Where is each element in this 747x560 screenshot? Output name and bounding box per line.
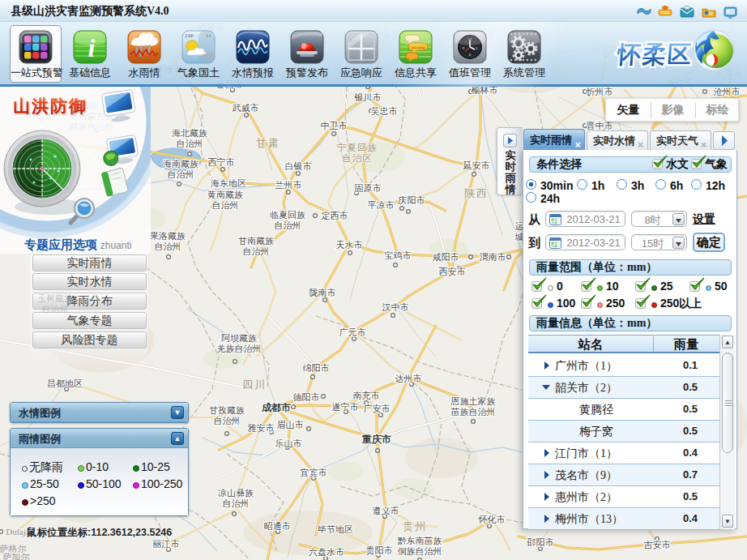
svg-text:西安市: 西安市: [439, 267, 466, 276]
svg-text:定西市: 定西市: [322, 211, 348, 220]
svg-text:遵义市: 遵义市: [373, 506, 399, 515]
svg-text:沧州市: 沧州市: [714, 87, 741, 96]
svg-text:萨加尔: 萨加尔: [3, 552, 30, 560]
svg-text:渭南市: 渭南市: [480, 252, 506, 262]
svg-text:眉山市: 眉山市: [277, 420, 304, 430]
svg-text:11: 11: [206, 32, 211, 39]
svg-text:南充市: 南充市: [353, 391, 380, 400]
svg-text:绵阳市: 绵阳市: [303, 363, 330, 373]
svg-text:重庆市: 重庆市: [361, 434, 391, 445]
svg-text:自治州: 自治州: [177, 139, 203, 148]
svg-text:固原市: 固原市: [355, 183, 382, 193]
svg-text:四川: 四川: [242, 378, 267, 391]
svg-text:忻州市: 忻州市: [586, 87, 613, 96]
svg-text:庆阳市: 庆阳市: [399, 195, 425, 205]
svg-text:甘孜藏族: 甘孜藏族: [209, 405, 245, 415]
svg-text:邵阳市: 邵阳市: [527, 537, 554, 547]
svg-text:西宁市: 西宁市: [208, 157, 235, 167]
svg-text:吉安市: 吉安市: [643, 540, 671, 549]
svg-text:宝鸡市: 宝鸡市: [385, 250, 412, 260]
svg-text:苗族自治州: 苗族自治州: [450, 407, 496, 417]
svg-text:果洛藏族: 果洛藏族: [150, 231, 186, 241]
svg-text:自治区: 自治区: [342, 153, 373, 163]
svg-text:阿坝藏族: 阿坝藏族: [221, 333, 257, 343]
svg-text:中卫市: 中卫市: [321, 121, 348, 130]
svg-text:黄南藏族: 黄南藏族: [207, 190, 243, 199]
svg-text:昌都地区: 昌都地区: [47, 378, 83, 388]
svg-text:丽江市: 丽江市: [153, 539, 180, 549]
svg-text:兰州市: 兰州市: [275, 180, 302, 190]
svg-text:遂宁市: 遂宁市: [332, 402, 359, 412]
svg-text:meeting: meeting: [412, 45, 425, 49]
svg-text:平凉市: 平凉市: [368, 200, 395, 210]
svg-text:24P: 24P: [185, 32, 194, 39]
svg-text:侗族自治州: 侗族自治州: [398, 546, 442, 556]
svg-text:自治州: 自治州: [243, 246, 270, 256]
svg-text:恩施土家族: 恩施土家族: [450, 396, 496, 406]
svg-text:六盘水市: 六盘水市: [309, 547, 344, 557]
svg-text:汉中市: 汉中市: [382, 302, 409, 312]
svg-text:自治州: 自治州: [275, 220, 301, 230]
svg-text:海南藏族: 海南藏族: [163, 159, 198, 169]
svg-text:贵州: 贵州: [403, 520, 427, 532]
svg-text:临夏回族: 临夏回族: [270, 210, 305, 220]
svg-text:乐山市: 乐山市: [275, 438, 302, 448]
svg-text:自治州: 自治州: [155, 242, 181, 251]
svg-text:宁夏回族: 宁夏回族: [337, 143, 378, 152]
svg-text:广安市: 广安市: [364, 404, 391, 413]
svg-text:白银市: 白银市: [285, 161, 312, 171]
svg-text:昭通市: 昭通市: [264, 521, 291, 531]
svg-text:陇南市: 陇南市: [309, 288, 336, 297]
svg-text:自治州: 自治州: [214, 416, 241, 425]
svg-text:德阳市: 德阳市: [293, 392, 320, 402]
svg-text:毕节地区: 毕节地区: [318, 524, 353, 534]
svg-text:自治州: 自治州: [223, 498, 250, 508]
svg-text:凉山彝族: 凉山彝族: [218, 488, 254, 498]
svg-text:广元市: 广元市: [339, 327, 366, 337]
svg-text:海北藏族: 海北藏族: [172, 128, 207, 138]
svg-text:贵阳市: 贵阳市: [366, 545, 393, 555]
svg-text:雅安市: 雅安市: [248, 423, 275, 433]
svg-text:陕西: 陕西: [464, 187, 489, 199]
svg-text:羌族自治州: 羌族自治州: [217, 344, 262, 353]
svg-text:延安市: 延安市: [463, 160, 490, 170]
svg-text:甘南藏族: 甘南藏族: [238, 236, 274, 246]
svg-text:达州市: 达州市: [395, 374, 422, 383]
svg-text:怀化市: 怀化市: [478, 515, 506, 524]
svg-text:吴忠市: 吴忠市: [371, 106, 398, 116]
svg-text:宜宾市: 宜宾市: [301, 468, 327, 477]
svg-text:海东地区: 海东地区: [211, 178, 246, 188]
svg-text:自治州: 自治州: [168, 169, 194, 179]
svg-text:甘肃: 甘肃: [256, 137, 280, 149]
svg-text:自治州: 自治州: [212, 200, 239, 210]
svg-text:银川市: 银川市: [354, 92, 382, 102]
svg-text:黔东南苗族: 黔东南苗族: [398, 536, 442, 545]
svg-text:武威市: 武威市: [233, 103, 259, 113]
svg-text:成都市: 成都市: [261, 402, 291, 413]
svg-text:天水市: 天水市: [336, 240, 363, 250]
svg-text:咸阳市: 咸阳市: [433, 252, 459, 262]
